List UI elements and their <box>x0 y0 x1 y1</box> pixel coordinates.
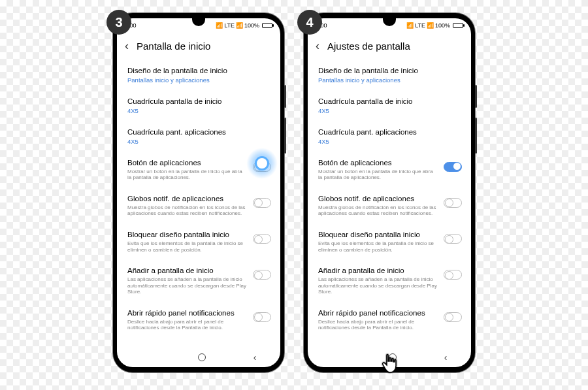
phone-display: 9:00 📶 LTE 📶 100% ‹ Ajustes de pantalla … <box>308 18 471 367</box>
battery-icon <box>453 23 463 28</box>
status-icons: 📶 LTE 📶 100% <box>216 22 272 29</box>
nav-recent-icon[interactable] <box>332 357 341 358</box>
item-layout[interactable]: Diseño de la pantalla de inicio Pantalla… <box>127 59 271 90</box>
toggle-add-home[interactable] <box>444 270 462 280</box>
item-add-home[interactable]: Añadir a pantalla de inicio Las aplicaci… <box>318 259 462 302</box>
item-apps-button[interactable]: Botón de aplicaciones Mostrar un botón e… <box>127 152 271 187</box>
item-apps-grid[interactable]: Cuadrícula pant. aplicaciones 4X5 <box>318 121 462 152</box>
battery-icon <box>262 23 272 28</box>
item-value: 4X5 <box>127 107 271 114</box>
item-layout[interactable]: Diseño de la pantalla de inicio Pantalla… <box>318 59 462 90</box>
back-arrow-icon[interactable]: ‹ <box>125 39 129 53</box>
nav-home-icon[interactable] <box>389 353 397 361</box>
item-title: Diseño de la pantalla de inicio <box>318 66 462 76</box>
nav-home-icon[interactable] <box>198 353 206 361</box>
nav-recent-icon[interactable] <box>141 357 150 358</box>
toggle-badges[interactable] <box>444 198 462 208</box>
item-lock-layout[interactable]: Bloquear diseño pantalla inicio Evita qu… <box>127 223 271 259</box>
item-title: Botón de aplicaciones <box>127 158 248 168</box>
step-badge: 3 <box>106 10 131 35</box>
toggle-apps-button[interactable] <box>444 162 462 172</box>
nav-back-icon[interactable]: ‹ <box>253 352 257 363</box>
item-value: 4X5 <box>318 107 462 114</box>
item-desc: Deslice hacia abajo para abrir el panel … <box>127 319 248 331</box>
item-desc: Las aplicaciones se añaden a la pantalla… <box>127 276 248 295</box>
network-icon: 📶 <box>216 22 223 29</box>
item-desc: Evita que los elementos de la pantalla d… <box>318 240 438 253</box>
item-badges[interactable]: Globos notif. de aplicaciones Muestra gl… <box>127 187 271 223</box>
toggle-badges[interactable] <box>253 198 271 208</box>
lte-label: LTE <box>415 22 425 29</box>
item-title: Cuadrícula pant. aplicaciones <box>127 127 271 137</box>
battery-label: 100% <box>244 22 259 29</box>
nav-bar: ‹ <box>308 348 471 367</box>
item-title: Bloquear diseño pantalla inicio <box>318 230 438 240</box>
item-title: Diseño de la pantalla de inicio <box>127 66 271 76</box>
status-icons: 📶 LTE 📶 100% <box>406 22 463 29</box>
item-desc: Mostrar un botón en la pantalla de inici… <box>127 169 248 181</box>
item-quick-panel[interactable]: Abrir rápido panel notificaciones Deslic… <box>127 302 271 338</box>
battery-label: 100% <box>435 22 450 29</box>
page-title: Pantalla de inicio <box>137 41 210 52</box>
signal-icon: 📶 <box>236 22 243 29</box>
item-home-grid[interactable]: Cuadrícula pantalla de inicio 4X5 <box>127 90 271 121</box>
item-add-home[interactable]: Añadir a pantalla de inicio Las aplicaci… <box>127 259 271 302</box>
screen-header: ‹ Pantalla de inicio <box>117 33 280 59</box>
item-title: Bloquear diseño pantalla inicio <box>127 230 248 240</box>
back-arrow-icon[interactable]: ‹ <box>316 39 319 53</box>
signal-icon: 📶 <box>427 22 434 29</box>
nav-back-icon[interactable]: ‹ <box>444 352 448 363</box>
toggle-add-home[interactable] <box>253 270 271 280</box>
item-desc: Evita que los elementos de la pantalla d… <box>127 240 248 253</box>
phone-frame: 9:00 📶 LTE 📶 100% ‹ Ajustes de pantalla … <box>304 13 475 372</box>
item-value: Pantallas inicio y aplicaciones <box>127 76 271 84</box>
item-title: Globos notif. de aplicaciones <box>318 194 438 204</box>
settings-list[interactable]: Diseño de la pantalla de inicio Pantalla… <box>308 59 471 348</box>
item-value: 4X5 <box>318 138 462 145</box>
page-title: Ajustes de pantalla <box>327 41 410 52</box>
item-value: 4X5 <box>127 138 271 145</box>
toggle-quick-panel[interactable] <box>444 312 462 322</box>
item-title: Cuadrícula pantalla de inicio <box>318 97 462 106</box>
item-title: Globos notif. de aplicaciones <box>127 194 248 204</box>
item-title: Cuadrícula pantalla de inicio <box>127 97 271 106</box>
toggle-lock[interactable] <box>253 234 271 244</box>
toggle-quick-panel[interactable] <box>253 312 271 322</box>
screen-header: ‹ Ajustes de pantalla <box>308 33 471 59</box>
toggle-apps-button[interactable] <box>253 162 271 172</box>
item-desc: Mostrar un botón en la pantalla de inici… <box>318 169 438 181</box>
item-desc: Muestra globos de notificación en los ic… <box>127 204 248 217</box>
item-title: Cuadrícula pant. aplicaciones <box>318 127 462 137</box>
phone-display: 9:00 📶 LTE 📶 100% ‹ Pantalla de inicio D… <box>117 18 280 367</box>
item-desc: Muestra globos de notificación en los ic… <box>318 204 438 217</box>
item-apps-grid[interactable]: Cuadrícula pant. aplicaciones 4X5 <box>127 121 271 152</box>
item-title: Añadir a pantalla de inicio <box>127 266 248 276</box>
item-apps-button[interactable]: Botón de aplicaciones Mostrar un botón e… <box>318 152 462 187</box>
phone-frame: 9:00 📶 LTE 📶 100% ‹ Pantalla de inicio D… <box>113 13 284 372</box>
item-quick-panel[interactable]: Abrir rápido panel notificaciones Deslic… <box>318 302 462 338</box>
step-3-container: 3 9:00 📶 LTE 📶 100% ‹ Pantalla de inicio <box>113 13 284 372</box>
item-badges[interactable]: Globos notif. de aplicaciones Muestra gl… <box>318 187 462 223</box>
lte-label: LTE <box>224 22 235 29</box>
item-desc: Las aplicaciones se añaden a la pantalla… <box>318 276 438 295</box>
step-4-container: 4 9:00 📶 LTE 📶 100% ‹ Ajustes de pantall… <box>304 13 475 372</box>
network-icon: 📶 <box>406 22 414 29</box>
step-badge: 4 <box>297 10 322 35</box>
nav-bar: ‹ <box>117 348 280 367</box>
item-title: Abrir rápido panel notificaciones <box>127 308 248 318</box>
item-title: Botón de aplicaciones <box>318 158 438 168</box>
item-title: Añadir a pantalla de inicio <box>318 266 438 276</box>
settings-list[interactable]: Diseño de la pantalla de inicio Pantalla… <box>117 59 280 348</box>
toggle-lock[interactable] <box>444 234 462 244</box>
item-title: Abrir rápido panel notificaciones <box>318 308 438 318</box>
item-lock-layout[interactable]: Bloquear diseño pantalla inicio Evita qu… <box>318 223 462 259</box>
item-home-grid[interactable]: Cuadrícula pantalla de inicio 4X5 <box>318 90 462 121</box>
item-desc: Deslice hacia abajo para abrir el panel … <box>318 319 438 331</box>
item-value: Pantallas inicio y aplicaciones <box>318 76 462 84</box>
